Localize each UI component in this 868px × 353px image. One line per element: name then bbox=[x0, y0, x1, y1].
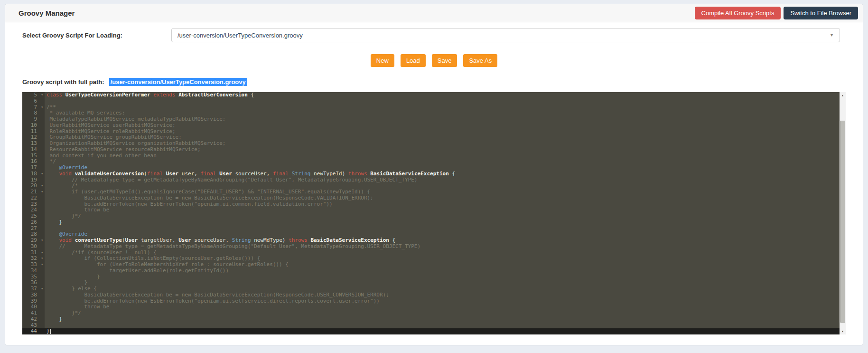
fold-arrow-icon[interactable]: ▾ bbox=[41, 286, 43, 292]
load-button[interactable]: Load bbox=[401, 54, 426, 67]
fold-arrow-icon[interactable]: ▾ bbox=[41, 256, 43, 262]
code-line[interactable]: } bbox=[45, 219, 840, 226]
header-actions: Compile All Groovy Scripts Switch to Fil… bbox=[695, 7, 858, 19]
fold-arrow-icon[interactable]: ▾ bbox=[41, 183, 43, 189]
code-line[interactable]: // MetadataType type = getMetadataTypeBy… bbox=[45, 177, 840, 183]
code-line[interactable] bbox=[45, 98, 840, 105]
code-line[interactable]: // MetadataType type = getMetadataTypeBy… bbox=[45, 244, 840, 250]
switch-file-browser-button[interactable]: Switch to File Browser bbox=[784, 7, 858, 19]
fold-arrow-icon[interactable]: ▾ bbox=[41, 262, 43, 268]
groovy-manager-panel: Groovy Manager Compile All Groovy Script… bbox=[5, 4, 863, 345]
editor-vertical-scrollbar[interactable]: ▴ ▾ bbox=[840, 92, 846, 334]
editor-code[interactable]: class UserTypeConversionPerformer extend… bbox=[45, 92, 840, 334]
fold-arrow-icon[interactable]: ▾ bbox=[41, 189, 43, 195]
code-line[interactable]: } bbox=[45, 274, 840, 280]
select-script-label: Select Groovy Script For Loading: bbox=[22, 32, 171, 39]
save-button[interactable]: Save bbox=[432, 54, 457, 67]
code-line[interactable]: throw be bbox=[45, 207, 840, 213]
scrollbar-thumb[interactable] bbox=[840, 121, 845, 323]
script-select-row: Select Groovy Script For Loading: /user-… bbox=[22, 28, 846, 42]
fold-arrow-icon[interactable]: ▾ bbox=[41, 92, 43, 98]
fold-arrow-icon[interactable]: ▾ bbox=[41, 238, 43, 244]
scroll-up-icon[interactable]: ▴ bbox=[840, 92, 846, 98]
code-line[interactable]: class UserTypeConversionPerformer extend… bbox=[45, 92, 840, 98]
new-button[interactable]: New bbox=[371, 54, 394, 67]
code-line[interactable]: } bbox=[45, 280, 840, 286]
code-line[interactable]: be.addErrorToken(new EsbErrorToken("open… bbox=[45, 298, 840, 305]
code-line[interactable] bbox=[45, 226, 840, 232]
code-line[interactable] bbox=[45, 323, 840, 329]
code-line[interactable]: be.addErrorToken(new EsbErrorToken("open… bbox=[45, 201, 840, 208]
fold-arrow-icon[interactable]: ▾ bbox=[41, 250, 43, 256]
compile-all-button[interactable]: Compile All Groovy Scripts bbox=[695, 7, 781, 19]
full-path-value[interactable]: /user-conversion/UserTypeConversion.groo… bbox=[109, 78, 247, 86]
script-select-value: /user-conversion/UserTypeConversion.groo… bbox=[177, 32, 303, 39]
code-line[interactable]: */ bbox=[45, 159, 840, 165]
full-path-row: Groovy script with full path: /user-conv… bbox=[22, 78, 846, 86]
code-line[interactable]: } bbox=[45, 328, 840, 334]
text-cursor bbox=[50, 329, 51, 334]
code-line[interactable]: and context if you need other bean bbox=[45, 153, 840, 159]
fold-arrow-icon[interactable]: ▾ bbox=[41, 105, 43, 111]
editor-scroll-area: 5▾67▾89101112131415161718▾1920▾21▾222324… bbox=[22, 92, 840, 334]
code-line[interactable]: }*/ bbox=[45, 213, 840, 219]
gutter-line-number: 44 bbox=[22, 328, 45, 334]
code-line[interactable]: targetUser.addRole(role.getEntityId()) bbox=[45, 268, 840, 274]
fold-arrow-icon[interactable]: ▾ bbox=[41, 171, 43, 177]
scroll-down-icon[interactable]: ▾ bbox=[840, 328, 846, 334]
code-line[interactable]: }*/ bbox=[45, 310, 840, 316]
editor-gutter: 5▾67▾89101112131415161718▾1920▾21▾222324… bbox=[22, 92, 45, 334]
groovy-code-editor[interactable]: 5▾67▾89101112131415161718▾1920▾21▾222324… bbox=[22, 92, 846, 334]
page-title: Groovy Manager bbox=[19, 9, 75, 17]
content-area: Select Groovy Script For Loading: /user-… bbox=[5, 22, 863, 334]
full-path-label: Groovy script with full path: bbox=[22, 78, 104, 86]
code-line[interactable]: ResourceRabbitMQService resourceRabbitMQ… bbox=[45, 147, 840, 153]
chevron-down-icon: ▾ bbox=[831, 32, 833, 38]
code-line[interactable]: /** bbox=[45, 105, 840, 111]
header-bar: Groovy Manager Compile All Groovy Script… bbox=[5, 4, 863, 22]
code-line[interactable]: throw be bbox=[45, 304, 840, 310]
script-select-dropdown[interactable]: /user-conversion/UserTypeConversion.groo… bbox=[171, 28, 840, 42]
script-action-buttons: NewLoadSaveSave As bbox=[22, 54, 846, 67]
save-as-button[interactable]: Save As bbox=[463, 54, 497, 67]
code-line[interactable]: } bbox=[45, 316, 840, 323]
